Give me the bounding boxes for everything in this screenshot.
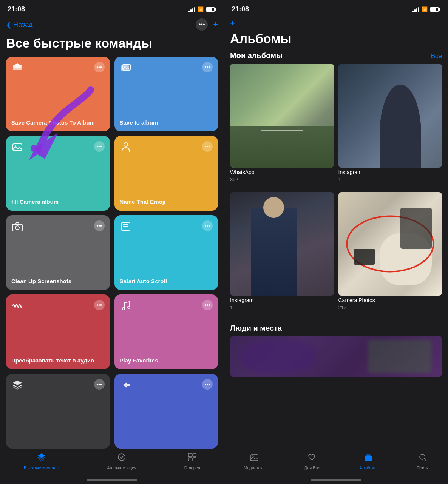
svg-point-8: [124, 143, 128, 146]
right-panel: 21:08 📶 + Альбомы Мои альбомы Все: [224, 0, 448, 484]
people-title: Люди и места: [230, 324, 442, 333]
people-section: Люди и места: [224, 320, 448, 379]
battery-icon-right: [430, 7, 440, 12]
card-menu-btn[interactable]: •••: [202, 379, 213, 390]
status-bar-left: 21:08 📶: [0, 0, 224, 15]
svg-rect-6: [13, 144, 22, 151]
my-albums-header: Мои альбомы Все: [224, 50, 448, 64]
albums-grid-row2: Instagram 1 Camera Photos 217: [224, 192, 448, 316]
albums-tab-icon: [364, 453, 373, 464]
albums-grid-row1: WhatsApp 352 Instagram 1: [224, 64, 448, 188]
card-menu-btn[interactable]: •••: [202, 300, 213, 310]
albums-page-title: Альбомы: [224, 28, 448, 50]
library-tab-icon: [250, 453, 259, 464]
tab-for-you[interactable]: Для Вас: [304, 453, 320, 470]
shortcut-10[interactable]: •••: [114, 374, 218, 449]
tab-gallery[interactable]: Галерея: [184, 453, 200, 470]
nav-actions: ••• +: [196, 18, 218, 31]
card-top: •••: [11, 300, 105, 314]
gallery-tab-icon: [188, 453, 197, 464]
card-menu-btn[interactable]: •••: [94, 300, 105, 310]
card-menu-btn[interactable]: •••: [202, 220, 213, 231]
shortcut-name-emoji[interactable]: ••• Name That Emoji: [114, 136, 218, 211]
tab-label: Медиатека: [244, 466, 265, 470]
arrow-icon: [120, 379, 132, 394]
card-top: •••: [11, 141, 105, 156]
shortcut-play-favorites[interactable]: ••• Play Favorites: [114, 294, 218, 369]
photos-icon: [120, 62, 132, 77]
album-item-instagram1[interactable]: Instagram 1: [338, 64, 442, 182]
album-name-instagram1: Instagram: [338, 169, 442, 175]
tab-label: Для Вас: [304, 466, 320, 470]
svg-rect-9: [12, 224, 22, 231]
card-top: •••: [120, 300, 213, 314]
card-menu-btn[interactable]: •••: [202, 141, 213, 152]
shortcut-save-camera[interactable]: ••• Save Camera Photos To Album: [6, 57, 110, 131]
card-top: •••: [120, 62, 213, 77]
signal-icon-right: [412, 7, 419, 12]
album-item-instagram2[interactable]: Instagram 1: [230, 192, 334, 311]
album-thumb-instagram1: [338, 64, 442, 168]
shortcut-text-audio[interactable]: ••• Преобразовать текст в аудио: [6, 294, 110, 369]
page-title-left: Все быстрые команды: [0, 32, 224, 57]
tab-albums[interactable]: Альбомы: [360, 453, 377, 470]
nav-bar-left: ❮ Назад ••• +: [0, 15, 224, 32]
card-menu-btn[interactable]: •••: [94, 141, 105, 152]
shortcut-9[interactable]: •••: [6, 374, 110, 449]
shortcut-clean-screenshots[interactable]: ••• Clean Up Screenshots: [6, 215, 110, 290]
status-icons-right: 📶: [412, 6, 440, 12]
shortcut-label: Name That Emoji: [120, 198, 213, 206]
add-shortcut-button[interactable]: +: [213, 20, 218, 29]
card-menu-btn[interactable]: •••: [94, 379, 105, 390]
add-album-button[interactable]: +: [230, 18, 235, 28]
album-count-camera: 217: [338, 305, 442, 310]
album-name-camera: Camera Photos: [338, 297, 442, 303]
back-button[interactable]: ❮ Назад: [6, 20, 33, 29]
back-label: Назад: [13, 21, 33, 29]
my-albums-title: Мои альбомы: [230, 51, 283, 60]
signal-icon: [188, 7, 195, 12]
layers-icon: [11, 62, 23, 77]
album-name-whatsapp: WhatsApp: [230, 169, 334, 175]
album-item-whatsapp[interactable]: WhatsApp 352: [230, 64, 334, 182]
layers-icon-2: [11, 379, 23, 394]
status-bar-right: 21:08 📶: [224, 0, 448, 15]
person-icon: [120, 141, 132, 156]
for-you-tab-icon: [307, 453, 317, 464]
tab-automation[interactable]: Автоматизация: [107, 453, 136, 470]
card-menu-btn[interactable]: •••: [202, 62, 213, 72]
shortcut-label: Преобразовать текст в аудио: [11, 357, 105, 364]
album-count-instagram2: 1: [230, 305, 334, 310]
card-top: •••: [11, 379, 105, 394]
shortcut-fill-camera[interactable]: ••• fill Camera album: [6, 136, 110, 211]
card-menu-btn[interactable]: •••: [94, 62, 105, 72]
tab-search[interactable]: Поиск: [417, 453, 428, 470]
svg-point-15: [122, 308, 125, 310]
automation-tab-icon: [117, 453, 126, 464]
people-blur-content: [230, 336, 442, 377]
shortcut-safari-scroll[interactable]: ••• Safari Auto Scroll: [114, 215, 218, 290]
see-all-link[interactable]: Все: [431, 52, 442, 60]
image-icon: [11, 141, 23, 156]
svg-rect-23: [188, 458, 192, 461]
tab-bar-left: Быстрые команды Автоматизация Галерея: [0, 449, 224, 479]
album-item-camera[interactable]: Camera Photos 217: [338, 192, 442, 311]
more-button[interactable]: •••: [196, 18, 208, 31]
wifi-icon: 📶: [198, 6, 204, 12]
tab-label: Быстрые команды: [24, 466, 59, 470]
card-top: •••: [120, 220, 213, 235]
album-thumb-whatsapp: [230, 64, 334, 168]
shortcut-label: Clean Up Screenshots: [11, 277, 105, 285]
tab-label: Поиск: [417, 466, 428, 470]
tab-shortcuts[interactable]: Быстрые команды: [24, 453, 59, 470]
card-menu-btn[interactable]: •••: [94, 220, 105, 231]
svg-marker-17: [13, 381, 22, 385]
svg-point-10: [15, 226, 19, 230]
shortcut-label: Play Favorites: [120, 357, 213, 364]
tab-library[interactable]: Медиатека: [244, 453, 265, 470]
svg-marker-19: [38, 453, 45, 458]
svg-rect-22: [193, 453, 196, 457]
home-indicator-left: [87, 479, 137, 481]
card-top: •••: [11, 220, 105, 235]
shortcut-save-album[interactable]: ••• Save to album: [114, 57, 218, 131]
